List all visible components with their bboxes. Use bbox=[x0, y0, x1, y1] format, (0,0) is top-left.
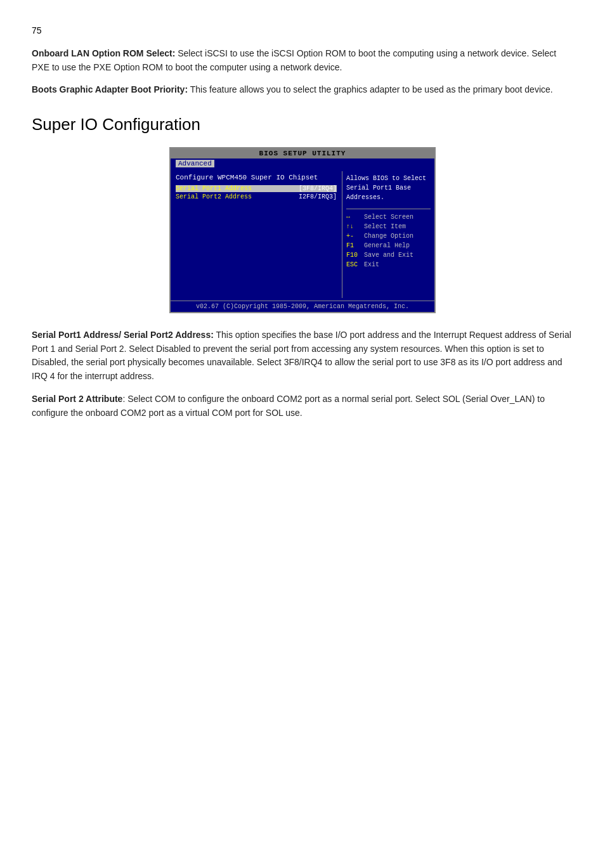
bios-help-text: Allows BIOS to Select Serial Port1 Base … bbox=[346, 174, 431, 202]
bios-nav-key-0: ↔ bbox=[346, 213, 364, 222]
bios-nav-key-3: F1 bbox=[346, 242, 364, 250]
bios-nav-key-4: F10 bbox=[346, 251, 364, 260]
bios-nav-desc-4: Save and Exit bbox=[364, 251, 413, 260]
bios-nav-desc-2: Change Option bbox=[364, 232, 413, 241]
bios-section-title: Configure WPCM450 Super IO Chipset bbox=[176, 174, 337, 181]
bios-nav-item-4: F10 Save and Exit bbox=[346, 251, 431, 260]
bios-container: BIOS SETUP UTILITY Advanced Configure WP… bbox=[32, 147, 573, 313]
bios-right-panel: Allows BIOS to Select Serial Port1 Base … bbox=[342, 171, 434, 298]
bios-nav-desc-1: Select Item bbox=[364, 223, 406, 231]
serial-port2-attr-bold: Serial Port 2 Attribute bbox=[32, 394, 122, 404]
bios-nav-item-5: ESC Exit bbox=[346, 261, 431, 269]
serial-port-address-bold: Serial Port1 Address/ Serial Port2 Addre… bbox=[32, 330, 214, 340]
bios-footer: v02.67 (C)Copyright 1985-2009, American … bbox=[171, 301, 434, 312]
onboard-lan-bold: Onboard LAN Option ROM Select: bbox=[32, 48, 175, 58]
bios-nav-item-1: ↑↓ Select Item bbox=[346, 223, 431, 231]
bios-nav-desc-3: General Help bbox=[364, 242, 410, 250]
bios-nav-key-2: +- bbox=[346, 232, 364, 241]
bios-nav-item-3: F1 General Help bbox=[346, 242, 431, 250]
bios-item-value-2: I2F8/IRQ3] bbox=[299, 193, 337, 200]
bios-menu-bar: Advanced bbox=[171, 159, 434, 169]
boots-graphic-text: This feature allows you to select the gr… bbox=[188, 84, 553, 94]
bios-nav-desc-5: Exit bbox=[364, 261, 379, 269]
bios-menu-tab[interactable]: Advanced bbox=[176, 160, 214, 167]
paragraph-serial-port2-attr: Serial Port 2 Attribute: Select COM to c… bbox=[32, 392, 573, 420]
bios-item-value-1: [3F8/IRQ4] bbox=[299, 185, 337, 192]
bios-item-label-1: Serial Port1 Address bbox=[176, 185, 252, 192]
bios-nav-desc-0: Select Screen bbox=[364, 213, 413, 222]
bios-item-serial2[interactable]: Serial Port2 Address I2F8/IRQ3] bbox=[176, 193, 337, 200]
bios-nav-item-2: +- Change Option bbox=[346, 232, 431, 241]
bios-title-bar: BIOS SETUP UTILITY bbox=[171, 148, 434, 159]
paragraph-boots-graphic: Boots Graphic Adapter Boot Priority: Thi… bbox=[32, 83, 573, 97]
bios-item-serial1[interactable]: Serial Port1 Address [3F8/IRQ4] bbox=[176, 185, 337, 192]
bios-screen: BIOS SETUP UTILITY Advanced Configure WP… bbox=[169, 147, 436, 313]
bios-left-panel: Configure WPCM450 Super IO Chipset Seria… bbox=[171, 171, 342, 298]
page-number: 75 bbox=[32, 25, 573, 36]
bios-item-label-2: Serial Port2 Address bbox=[176, 193, 252, 200]
paragraph-onboard-lan: Onboard LAN Option ROM Select: Select iS… bbox=[32, 47, 573, 74]
bios-body: Configure WPCM450 Super IO Chipset Seria… bbox=[171, 169, 434, 301]
bios-nav-item-0: ↔ Select Screen bbox=[346, 213, 431, 222]
boots-graphic-bold: Boots Graphic Adapter Boot Priority: bbox=[32, 84, 188, 94]
bios-nav-key-1: ↑↓ bbox=[346, 223, 364, 231]
paragraph-serial-port-address: Serial Port1 Address/ Serial Port2 Addre… bbox=[32, 328, 573, 384]
bios-nav-key-5: ESC bbox=[346, 261, 364, 269]
bios-nav-section: ↔ Select Screen ↑↓ Select Item +- Change… bbox=[346, 209, 431, 269]
section-heading: Super IO Configuration bbox=[32, 115, 573, 134]
